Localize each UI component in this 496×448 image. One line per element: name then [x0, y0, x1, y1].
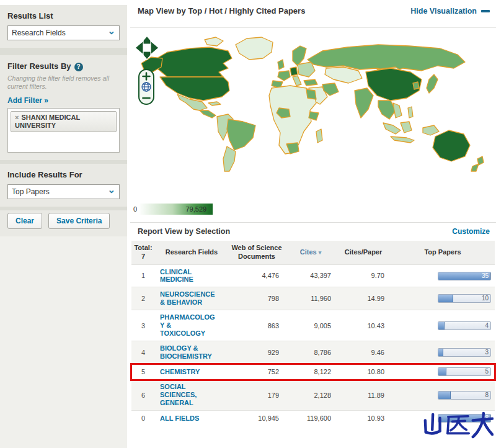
table-row: 4 BIOLOGY & BIOCHEMISTRY 929 8,786 9.46 … — [131, 341, 495, 364]
total-value: 7 — [133, 253, 154, 261]
filter-tag[interactable]: ×SHANXI MEDICAL UNIVERSITY — [11, 111, 117, 132]
filter-results-section: Filter Results By? Changing the filter f… — [0, 55, 127, 160]
top-papers-value: 3 — [485, 349, 489, 356]
rank-cell: 5 — [131, 364, 155, 380]
filter-note: Changing the filter field removes all cu… — [7, 74, 120, 91]
map-view-header: Map View by Top / Hot / Highly Cited Pap… — [138, 6, 490, 16]
cites-cell: 9,005 — [285, 310, 336, 341]
active-filters-box: ×SHANXI MEDICAL UNIVERSITY — [7, 108, 120, 153]
cites-cell: 8,786 — [285, 341, 336, 364]
total-label: Total: — [133, 244, 154, 253]
table-header-row: Total: 7 Research Fields Web of Science … — [131, 241, 495, 264]
clear-button[interactable]: Clear — [7, 213, 42, 229]
map-countries[interactable] — [141, 37, 484, 171]
header-divider — [130, 27, 496, 28]
documents-cell: 179 — [228, 380, 285, 411]
top-papers-bar: 5 — [438, 367, 491, 376]
customize-link[interactable]: Customize — [452, 227, 490, 236]
table-row: 6 SOCIAL SCIENCES, GENERAL 179 2,128 11.… — [131, 380, 495, 411]
top-papers-header: Top Papers — [391, 241, 495, 264]
research-field-link[interactable]: ALL FIELDS — [160, 414, 199, 423]
top-papers-value: 4 — [485, 322, 489, 329]
research-field-link[interactable]: PHARMACOLOGY & TOXICOLOGY — [160, 313, 217, 338]
cites-sort-header[interactable]: Cites ▾ — [285, 241, 336, 264]
save-criteria-button[interactable]: Save Criteria — [48, 213, 110, 229]
results-list-dropdown-value: Research Fields — [12, 29, 107, 37]
legend-min-value: 0 — [133, 205, 137, 213]
cites-cell: 8,122 — [285, 364, 336, 380]
rank-cell: 1 — [131, 264, 155, 287]
cites-per-paper-cell: 10.80 — [336, 364, 391, 380]
table-row: 5 CHEMISTRY 752 8,122 10.80 5 — [131, 364, 495, 380]
table-row: 1 CLINICAL MEDICINE 4,476 43,397 9.70 35 — [131, 264, 495, 287]
chevron-down-icon: ⌄ — [107, 28, 115, 34]
cites-per-paper-cell: 11.89 — [336, 380, 391, 411]
include-results-section: Include Results For Top Papers ⌄ — [0, 164, 127, 207]
top-papers-value: 35 — [482, 272, 489, 280]
watermark-char-da — [473, 413, 492, 437]
cites-per-paper-cell: 10.43 — [336, 310, 391, 341]
research-field-link[interactable]: CLINICAL MEDICINE — [160, 268, 217, 284]
top-papers-bar: 4 — [438, 321, 491, 330]
report-view-header: Report View by Selection Customize — [138, 227, 490, 236]
top-papers-bar: 35 — [438, 272, 491, 280]
documents-cell: 4,476 — [228, 264, 285, 287]
top-papers-bar-fill — [438, 368, 446, 375]
include-results-dropdown[interactable]: Top Papers ⌄ — [7, 184, 120, 199]
chevron-down-icon: ⌄ — [107, 187, 115, 193]
top-papers-bar-fill — [438, 295, 453, 302]
top-papers-bar-fill — [438, 349, 443, 356]
hide-visualization-link[interactable]: Hide Visualization — [410, 7, 490, 16]
filters-sidebar: Results List Research Fields ⌄ Filter Re… — [0, 5, 127, 448]
top-papers-value: 10 — [482, 295, 489, 302]
total-header: Total: 7 — [131, 241, 155, 264]
cites-per-paper-cell: 9.70 — [336, 264, 391, 287]
research-field-link[interactable]: BIOLOGY & BIOCHEMISTRY — [160, 344, 217, 361]
results-list-dropdown[interactable]: Research Fields ⌄ — [7, 25, 120, 40]
sort-descending-icon: ▾ — [319, 249, 322, 256]
cites-header-label: Cites — [300, 248, 317, 256]
filter-tag-label: SHANXI MEDICAL UNIVERSITY — [15, 114, 80, 129]
watermark-char-shan — [425, 414, 440, 433]
documents-cell: 752 — [228, 364, 285, 380]
cites-cell: 119,600 — [285, 411, 336, 426]
world-map — [130, 31, 496, 200]
results-list-heading: Results List — [7, 11, 120, 20]
rank-cell: 3 — [131, 310, 155, 341]
top-papers-bar-fill — [438, 322, 445, 329]
legend-max-value: 79,529 — [185, 205, 213, 213]
research-field-link[interactable]: NEUROSCIENCE & BEHAVIOR — [160, 290, 217, 307]
main-content: Map View by Top / Hot / Highly Cited Pap… — [130, 0, 496, 448]
section-divider — [130, 222, 496, 223]
research-field-link[interactable]: CHEMISTRY — [160, 368, 200, 376]
report-table: Total: 7 Research Fields Web of Science … — [131, 241, 495, 426]
hide-visualization-label: Hide Visualization — [410, 7, 477, 16]
help-icon[interactable]: ? — [74, 63, 83, 71]
watermark-char-yi — [448, 416, 469, 434]
map-view-title: Map View by Top / Hot / Highly Cited Pap… — [138, 6, 305, 16]
research-fields-header: Research Fields — [155, 241, 228, 264]
top-papers-bar: 3 — [438, 348, 491, 357]
watermark — [423, 411, 494, 442]
remove-filter-icon[interactable]: × — [15, 114, 19, 121]
results-list-section: Results List Research Fields ⌄ — [0, 5, 127, 48]
top-papers-bar: 10 — [438, 294, 491, 303]
globe-icon — [142, 83, 151, 91]
report-view-title: Report View by Selection — [138, 227, 230, 236]
cites-per-paper-cell: 14.99 — [336, 287, 391, 310]
cites-cell: 2,128 — [285, 380, 336, 411]
map-legend: 0 79,529 — [133, 204, 213, 215]
filter-results-heading: Filter Results By? — [7, 61, 120, 71]
map-zoom-control[interactable] — [139, 69, 154, 104]
documents-cell: 798 — [228, 287, 285, 310]
sidebar-filler — [0, 236, 127, 448]
cites-cell: 11,960 — [285, 287, 336, 310]
rank-cell: 2 — [131, 287, 155, 310]
cites-per-paper-cell: 9.46 — [336, 341, 391, 364]
sidebar-divider — [0, 48, 127, 55]
cites-cell: 43,397 — [285, 264, 336, 287]
map-pan-control[interactable] — [135, 36, 159, 60]
research-field-link[interactable]: SOCIAL SCIENCES, GENERAL — [160, 383, 217, 407]
minimize-icon — [481, 10, 490, 12]
add-filter-link[interactable]: Add Filter » — [7, 96, 48, 105]
